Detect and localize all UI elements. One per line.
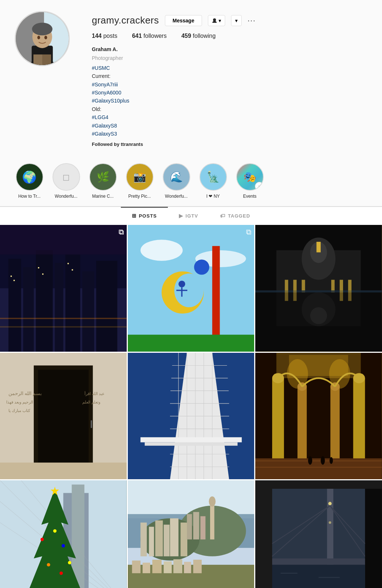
following-count: 459 <box>181 33 191 39</box>
svg-rect-26 <box>72 269 73 270</box>
svg-rect-45 <box>317 242 321 252</box>
followers-stat[interactable]: 641 followers <box>132 33 166 39</box>
tab-posts[interactable]: ⊞ POSTS <box>121 207 168 224</box>
tab-igtv[interactable]: ▶ IGTV <box>168 207 209 224</box>
svg-point-107 <box>321 456 325 465</box>
stats-row: 144 posts 641 followers 459 following <box>92 33 367 39</box>
more-options-button[interactable]: ··· <box>248 16 256 25</box>
svg-rect-135 <box>163 525 169 556</box>
svg-rect-149 <box>184 562 191 573</box>
profile-header: gramy.crackers Message ▾ ▾ ··· 144 posts… <box>0 0 382 156</box>
story-item-6[interactable]: 🗽 I ❤ NY <box>198 163 228 199</box>
bio-tag-galaxys10plus[interactable]: #GalaxyS10plus <box>92 98 129 104</box>
stories-row: 🌍 How to Tr... ◻ Wonderfu... 🌿 Marine C.… <box>0 156 382 207</box>
multi-photo-icon-1: ⧉ <box>119 228 124 236</box>
svg-text:كتاب مبارك يا: كتاب مبارك يا <box>8 408 30 413</box>
svg-rect-137 <box>180 523 187 556</box>
story-circle-2: ◻ <box>53 163 80 191</box>
message-button[interactable]: Message <box>165 15 202 26</box>
svg-rect-134 <box>155 521 163 557</box>
post-image-8 <box>128 480 255 588</box>
svg-rect-147 <box>163 562 172 573</box>
followers-count: 641 <box>132 33 142 39</box>
story-item-4[interactable]: 📸 Pretty Pic... <box>125 163 154 199</box>
options-dropdown-button[interactable]: ▾ <box>231 15 242 26</box>
story-item-5[interactable]: 🌊 Wonderfu... <box>162 163 191 199</box>
posts-stat[interactable]: 144 posts <box>92 33 117 39</box>
post-item-7[interactable] <box>0 480 127 588</box>
svg-point-166 <box>328 502 332 505</box>
svg-rect-70 <box>0 462 127 479</box>
svg-point-120 <box>62 544 65 548</box>
svg-rect-63 <box>38 370 89 463</box>
svg-rect-19 <box>82 271 94 351</box>
followed-by-user[interactable]: ttranrants <box>121 141 143 147</box>
svg-rect-59 <box>348 290 352 301</box>
post-image-3 <box>255 225 382 352</box>
svg-rect-105 <box>255 467 382 467</box>
post-item-8[interactable] <box>128 480 255 588</box>
svg-rect-21 <box>11 276 12 277</box>
svg-text:الرحيم وبعد فهذا: الرحيم وبعد فهذا <box>6 400 33 405</box>
svg-point-167 <box>329 521 331 524</box>
svg-rect-163 <box>272 565 365 588</box>
svg-rect-22 <box>14 280 15 281</box>
post-item-9[interactable] <box>255 480 382 588</box>
svg-rect-27 <box>0 318 127 319</box>
svg-text:بسم الله الرحمن: بسم الله الرحمن <box>8 391 42 397</box>
svg-rect-24 <box>42 273 43 275</box>
svg-rect-136 <box>170 519 179 556</box>
story-item-2[interactable]: ◻ Wonderfu... <box>51 163 81 199</box>
bio-tag-galaxys3[interactable]: #GalaxyS3 <box>92 131 117 137</box>
story-circle-4: 📸 <box>126 163 154 191</box>
story-emoji-4: 📸 <box>133 171 146 183</box>
svg-rect-132 <box>140 523 147 556</box>
svg-rect-140 <box>200 516 205 539</box>
svg-rect-14 <box>8 259 21 352</box>
story-emoji-5: 🌊 <box>170 171 183 183</box>
svg-rect-152 <box>255 480 272 588</box>
svg-rect-150 <box>193 560 202 573</box>
story-circle-7: 🎭 › <box>236 163 264 191</box>
post-item-4[interactable]: بسم الله الرحمن الرحيم وبعد فهذا كتاب مب… <box>0 353 127 480</box>
story-emoji-7: 🎭 <box>244 171 256 183</box>
story-item-3[interactable]: 🌿 Marine C... <box>88 163 118 199</box>
svg-rect-58 <box>340 290 343 301</box>
story-emoji-2: ◻ <box>62 172 70 182</box>
svg-rect-88 <box>140 437 242 442</box>
post-item-6[interactable] <box>255 353 382 480</box>
story-item-1[interactable]: 🌍 How to Tr... <box>15 163 44 199</box>
svg-point-36 <box>194 259 209 275</box>
bio-tag-lgg4[interactable]: #LGG4 <box>92 114 108 120</box>
bio-tag-sonya6000[interactable]: #SonyA6000 <box>92 90 121 96</box>
post-image-5 <box>128 353 255 480</box>
followed-by-prefix: Followed by <box>92 141 121 147</box>
svg-rect-56 <box>285 290 288 301</box>
svg-point-142 <box>209 496 215 507</box>
post-item-1[interactable]: ⧉ ⧉ <box>0 225 127 352</box>
svg-point-106 <box>308 456 312 465</box>
story-label-5: Wonderfu... <box>165 194 188 199</box>
svg-rect-29 <box>0 225 127 254</box>
svg-rect-15 <box>23 267 34 352</box>
bio-tag-usmc[interactable]: #USMC <box>92 65 110 71</box>
bio-tag-galaxys8[interactable]: #GalaxyS8 <box>92 123 117 129</box>
story-label-4: Pretty Pic... <box>128 194 151 199</box>
post-item-3[interactable] <box>255 225 382 352</box>
svg-rect-162 <box>272 559 365 565</box>
bio-tag-sonya7riii[interactable]: #SonyA7riii <box>92 82 118 87</box>
following-stat[interactable]: 459 following <box>181 33 216 39</box>
svg-rect-28 <box>0 326 127 327</box>
follow-dropdown-button[interactable]: ▾ <box>208 15 225 26</box>
story-label-7: Events <box>243 194 257 199</box>
svg-rect-23 <box>38 267 39 268</box>
post-image-6 <box>255 353 382 480</box>
story-item-7[interactable]: 🎭 › Events <box>235 163 264 199</box>
svg-text:عبد الله اقرأ: عبد الله اقرأ <box>84 391 105 396</box>
post-item-2[interactable]: ⧉ <box>128 225 255 352</box>
post-item-5[interactable] <box>128 353 255 480</box>
story-circle-6: 🗽 <box>199 163 227 191</box>
svg-point-11 <box>213 18 216 21</box>
tab-tagged[interactable]: 🏷 TAGGED <box>209 207 261 224</box>
svg-rect-133 <box>149 527 154 556</box>
